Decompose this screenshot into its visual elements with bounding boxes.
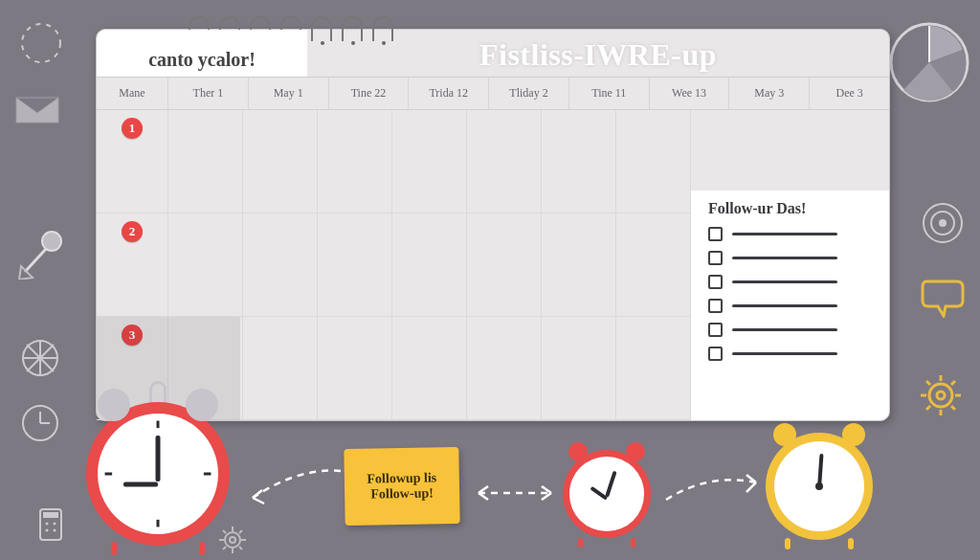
followup-item[interactable]: [708, 251, 876, 265]
followup-item[interactable]: [708, 299, 876, 313]
followup-item[interactable]: [708, 227, 876, 241]
svg-point-23: [937, 392, 945, 399]
followup-item[interactable]: [708, 275, 876, 289]
checkbox-icon[interactable]: [708, 227, 723, 241]
small-gear-icon: [217, 525, 248, 555]
calendar-cell[interactable]: [467, 110, 542, 213]
row-number-cell: 1: [97, 110, 168, 213]
calendar-cell[interactable]: [616, 317, 691, 419]
row-number-cell: 2: [97, 213, 168, 316]
svg-line-38: [223, 530, 226, 533]
calendar-cell[interactable]: [616, 213, 691, 316]
sticky-line2: Follow-up!: [370, 485, 434, 502]
svg-rect-12: [43, 512, 58, 518]
svg-point-1: [42, 232, 61, 251]
calendar-cell[interactable]: [318, 110, 392, 213]
calendar-title: Fistliss-IWRE-up: [307, 34, 889, 73]
dashed-circle-icon: [17, 19, 65, 67]
item-line: [732, 280, 837, 283]
checkbox-icon[interactable]: [708, 275, 723, 289]
calendar-row: 1: [97, 110, 691, 213]
header-cell: Tliday 2: [489, 78, 569, 109]
row-number-badge: 1: [122, 118, 143, 139]
followup-item[interactable]: [708, 347, 876, 361]
calendar-subtitle: canto ycalor!: [97, 30, 307, 77]
calendar-cell[interactable]: [243, 317, 318, 419]
arrow-right-icon: [660, 469, 766, 515]
svg-line-29: [951, 406, 955, 410]
calendar-cell[interactable]: [168, 213, 243, 316]
checkbox-icon[interactable]: [708, 299, 723, 313]
calendar-grid: 1 2 3: [97, 110, 889, 420]
sticky-note[interactable]: Followup lis Follow-up!: [344, 447, 459, 526]
calendar-cell[interactable]: [542, 317, 616, 419]
checkbox-icon[interactable]: [708, 323, 723, 337]
svg-line-40: [239, 530, 242, 533]
followup-item[interactable]: [708, 323, 876, 337]
title-row: canto ycalor! Fistliss-IWRE-up: [97, 30, 889, 78]
yellow-alarm-clock-icon: [766, 433, 873, 540]
calendar-cell[interactable]: [392, 317, 467, 419]
followup-title: Follow-ur Das!: [708, 200, 876, 217]
pie-clock-icon: [886, 19, 972, 105]
svg-line-2: [25, 249, 46, 272]
sticky-line1: Followup lis: [367, 470, 436, 486]
header-cell: Tine 22: [329, 78, 410, 109]
calendar-cell[interactable]: [318, 317, 392, 419]
svg-point-21: [939, 219, 947, 227]
svg-point-33: [230, 537, 235, 543]
item-line: [732, 233, 837, 235]
calendar-cell[interactable]: [243, 213, 318, 316]
arrow-left-icon: [241, 463, 346, 517]
calendar-cell[interactable]: [616, 110, 691, 213]
svg-point-13: [46, 523, 49, 526]
header-cell: Trida 12: [409, 78, 489, 109]
svg-line-28: [926, 381, 930, 385]
calendar-cell[interactable]: [542, 213, 616, 316]
svg-point-14: [54, 523, 56, 526]
calendar-row: 2: [97, 213, 691, 317]
calendar-cell[interactable]: [542, 110, 616, 213]
pin-icon: [17, 226, 67, 280]
svg-line-39: [239, 547, 242, 549]
svg-point-22: [929, 384, 952, 407]
calendar-header-row: Mane Ther 1 May 1 Tine 22 Trida 12 Tlida…: [97, 78, 889, 110]
speech-bubble-icon: [921, 278, 965, 318]
header-cell: May 1: [249, 78, 329, 109]
calendar-cell[interactable]: [243, 110, 318, 213]
calendar-cell[interactable]: [318, 213, 392, 316]
item-line: [732, 304, 837, 307]
gear-icon: [917, 371, 965, 419]
clock-outline-icon: [19, 402, 61, 444]
checkbox-icon[interactable]: [708, 347, 723, 361]
red-alarm-clock-icon: [86, 402, 230, 546]
wheel-icon: [19, 337, 61, 379]
small-red-alarm-clock-icon: [563, 450, 651, 538]
target-icon: [921, 201, 965, 245]
header-cell: Wee 13: [650, 78, 730, 109]
item-line: [732, 328, 837, 331]
calendar-cell[interactable]: [467, 317, 542, 419]
checkbox-icon[interactable]: [708, 251, 723, 265]
followup-panel: Follow-ur Das!: [690, 190, 889, 420]
arrow-bi-icon: [467, 479, 563, 511]
calendar-cell[interactable]: [392, 110, 467, 213]
row-number-badge: 2: [122, 221, 143, 242]
header-cell: Ther 1: [168, 78, 249, 109]
calendar-cell[interactable]: [467, 213, 542, 316]
header-cell: Mane: [97, 78, 168, 109]
calendar-cell[interactable]: [392, 213, 467, 316]
item-line: [732, 257, 837, 259]
svg-point-32: [225, 532, 240, 548]
svg-line-30: [951, 381, 955, 385]
header-cell: Dee 3: [810, 78, 889, 109]
header-cell: May 3: [729, 78, 810, 109]
calc-icon: [38, 507, 63, 542]
header-cell: Tine 11: [569, 78, 650, 109]
svg-line-41: [223, 547, 226, 549]
item-line: [732, 352, 837, 355]
calendar-cell[interactable]: [168, 110, 243, 213]
svg-line-31: [926, 406, 930, 410]
svg-point-16: [54, 529, 56, 532]
envelope-icon: [11, 88, 63, 130]
